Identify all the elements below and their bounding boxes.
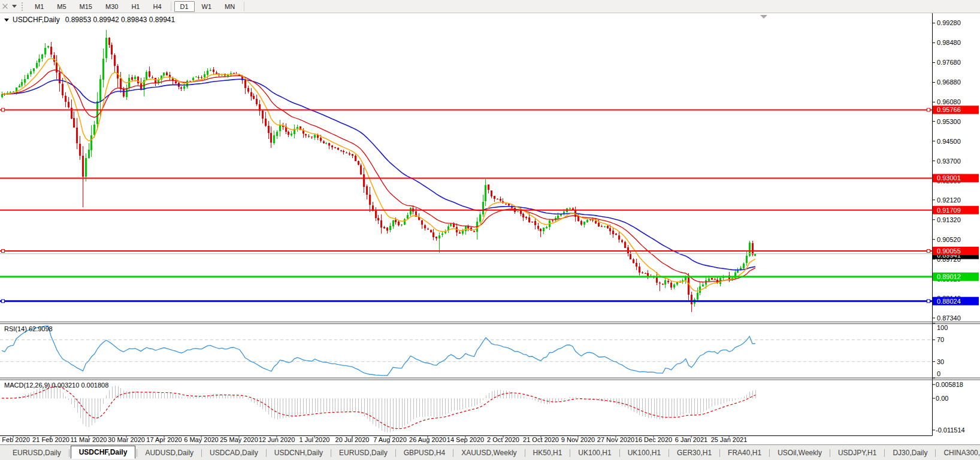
- timeframe-button-m15[interactable]: M15: [74, 1, 98, 12]
- tab-separator: [525, 449, 525, 457]
- chart-tab-audusd-daily[interactable]: AUDUSD,Daily: [138, 447, 200, 459]
- chart-tab-usdchf-daily[interactable]: USDCHF,Daily: [71, 446, 136, 459]
- candlestick-series: [1, 30, 757, 313]
- macd-indicator-label: MACD(12,26,9) 0.003210 0.001808: [4, 382, 108, 389]
- time-axis-label: 26 Aug 2020: [409, 436, 446, 443]
- line-handle[interactable]: [2, 299, 5, 302]
- chart-tabs: EURUSD,DailyUSDCHF,DailyAUDUSD,DailyUSDC…: [6, 446, 980, 459]
- price-axis-label: 0.87340: [937, 314, 961, 322]
- chart-tab-fra40-h1[interactable]: FRA40,H1: [721, 447, 768, 459]
- chevron-down-icon[interactable]: [12, 5, 17, 8]
- chart-tab-china300-h1[interactable]: CHINA300,H1: [937, 447, 980, 459]
- time-axis-label: 21 Feb 2020: [32, 436, 69, 443]
- timeframe-button-w1[interactable]: W1: [196, 1, 218, 12]
- timeframe-button-m1[interactable]: M1: [29, 1, 50, 12]
- price-axis-label: 0.99280: [937, 19, 961, 26]
- line-handle[interactable]: [2, 249, 5, 252]
- ema-8-line: [2, 58, 755, 291]
- timeframe-button-m30[interactable]: M30: [99, 1, 124, 12]
- chart-tab-usdjpy-h1[interactable]: USDJPY,H1: [831, 447, 883, 459]
- chart-tab-gbpusd-h4[interactable]: GBPUSD,H4: [397, 447, 452, 459]
- horizontal-line-0.90055[interactable]: [0, 249, 932, 252]
- time-axis-label: 25 May 2020: [220, 436, 258, 443]
- tab-separator: [830, 449, 830, 457]
- time-axis-label: 16 Dec 2020: [635, 436, 672, 443]
- chart-ohlc-values: 0.89853 0.89942 0.89843 0.89941: [65, 16, 176, 24]
- chart-tab-uk100-h1[interactable]: UK100,H1: [621, 447, 667, 459]
- line-handle[interactable]: [927, 108, 930, 111]
- horizontal-line-0.88024[interactable]: [0, 299, 932, 302]
- time-axis-label: 11 Mar 2020: [71, 436, 107, 443]
- price-axis-boxes: 0.899410.957660.930010.917090.900550.890…: [933, 105, 979, 305]
- price-axis-label: 0.90520: [937, 236, 961, 243]
- toolbar-separator: [171, 2, 171, 11]
- rsi-scale-label: 100: [937, 324, 948, 331]
- chart-tab-usoil-weekly[interactable]: USOil,Weekly: [771, 447, 828, 459]
- time-axis-label: 30 Mar 2020: [108, 436, 145, 443]
- line-handle[interactable]: [2, 108, 5, 111]
- tab-separator: [266, 449, 267, 457]
- tab-separator: [137, 449, 137, 457]
- tab-separator: [669, 449, 669, 457]
- ema-45-line: [2, 79, 755, 270]
- chart-symbol-period: USDCHF,Daily: [13, 16, 60, 24]
- time-axis-label: 3 Feb 2020: [0, 436, 30, 443]
- ema-20-line: [2, 70, 755, 282]
- line-handle[interactable]: [927, 249, 930, 252]
- hline-price-label: 0.90055: [937, 247, 961, 255]
- chart-canvas: 0.992800.984800.976800.968800.960800.953…: [0, 0, 980, 460]
- toolbar-grip[interactable]: [22, 2, 24, 11]
- chart-tab-eurusd-daily[interactable]: EURUSD,Daily: [6, 447, 68, 459]
- horizontal-line-0.95766[interactable]: [0, 108, 932, 111]
- tab-separator: [570, 449, 570, 457]
- rsi-scale-label: 0: [937, 370, 940, 377]
- timeframe-button-mn[interactable]: MN: [219, 1, 241, 12]
- rsi-scale-label: 30: [937, 358, 944, 365]
- chart-tab-usdcnh-daily[interactable]: USDCNH,Daily: [268, 447, 329, 459]
- chart-tab-eurusd-daily[interactable]: EURUSD,Daily: [332, 447, 394, 459]
- tab-separator: [201, 449, 202, 457]
- price-axis-label: 0.91320: [937, 216, 961, 223]
- moving-averages: [2, 58, 755, 291]
- macd-histogram: [2, 383, 756, 432]
- time-axis-label: 1 Jul 2020: [300, 436, 330, 443]
- chart-tab-usdcad-daily[interactable]: USDCAD,Daily: [203, 447, 265, 459]
- timeframe-buttons: M1M5M15M30H1H4D1W1MN: [28, 1, 247, 12]
- chart-title: USDCHF,Daily 0.89853 0.89942 0.89843 0.8…: [4, 16, 175, 24]
- chart-menu-arrow-icon[interactable]: [4, 19, 9, 22]
- time-axis-label: 21 Oct 2020: [523, 436, 559, 443]
- chart-shift-marker-icon: [760, 15, 767, 19]
- chart-tab-dj30-daily[interactable]: DJ30,Daily: [886, 447, 934, 459]
- macd-scale-label: -0.011514: [936, 426, 965, 434]
- tab-separator: [453, 449, 453, 457]
- horizontal-lines: [0, 108, 932, 302]
- hline-price-label: 0.91709: [937, 207, 961, 214]
- time-axis-label: 17 Apr 2020: [146, 436, 182, 443]
- chart-tab-ger30-h1[interactable]: GER30,H1: [670, 447, 718, 459]
- tab-separator: [69, 449, 69, 457]
- chart-tab-hk50-h1[interactable]: HK50,H1: [527, 447, 569, 459]
- chart-tab-bar: EURUSD,DailyUSDCHF,DailyAUDUSD,DailyUSDC…: [0, 444, 980, 460]
- timeframe-button-d1[interactable]: D1: [174, 1, 195, 12]
- rsi-indicator: 10070300: [0, 323, 948, 378]
- price-axis-label: 0.92120: [937, 196, 961, 204]
- time-axis-label: 12 Jun 2020: [259, 436, 295, 443]
- toolbar: M1M5M15M30H1H4D1W1MN: [0, 0, 980, 13]
- chart-tab-xauusd-weekly[interactable]: XAUUSD,Weekly: [455, 447, 523, 459]
- tab-separator: [331, 449, 331, 457]
- crosshair-cursor-icon[interactable]: [1, 2, 9, 10]
- timeframe-button-h1[interactable]: H1: [125, 1, 146, 12]
- timeframe-button-m5[interactable]: M5: [51, 1, 72, 12]
- macd-scale-label: 0.00: [936, 395, 948, 402]
- time-axis[interactable]: 3 Feb 202021 Feb 202011 Mar 202030 Mar 2…: [0, 436, 747, 444]
- time-axis-label: 9 Nov 2020: [561, 436, 595, 443]
- chart-tab-uk100-h1[interactable]: UK100,H1: [571, 447, 618, 459]
- timeframe-button-h4[interactable]: H4: [147, 1, 167, 12]
- line-handle[interactable]: [927, 299, 930, 302]
- tab-separator: [884, 449, 885, 457]
- hline-price-label: 0.95766: [937, 106, 961, 113]
- time-axis-label: 7 Aug 2020: [373, 436, 407, 443]
- tab-separator: [935, 449, 936, 457]
- time-axis-label: 25 Jan 2021: [711, 436, 748, 443]
- tab-separator: [395, 449, 396, 457]
